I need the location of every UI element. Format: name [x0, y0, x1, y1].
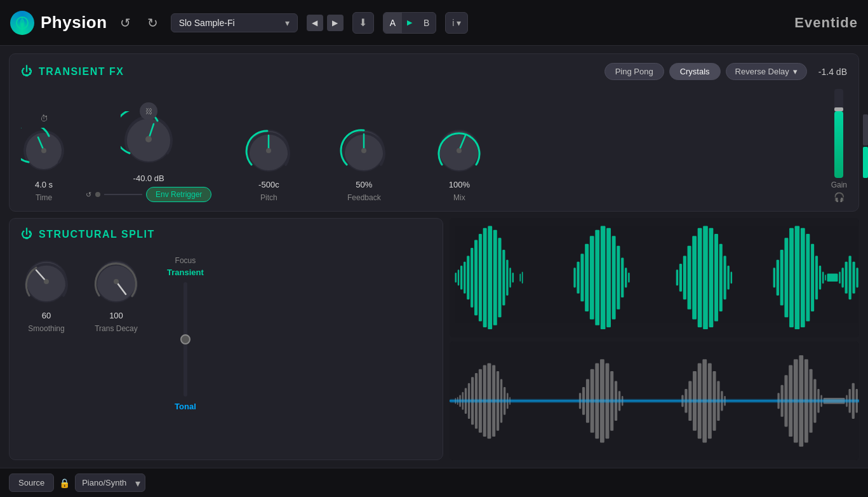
feedback-knob[interactable]	[338, 125, 389, 176]
svg-rect-72	[794, 226, 799, 330]
fx-type-chevron-icon: ▾	[793, 67, 798, 76]
smoothing-label: Smoothing	[28, 324, 64, 333]
svg-point-18	[44, 279, 49, 284]
svg-rect-52	[625, 268, 627, 287]
env-dot[interactable]	[95, 192, 100, 197]
mix-knob-group: 100% Mix	[434, 125, 484, 202]
svg-rect-35	[502, 250, 505, 306]
dropdown-arrow-icon: ▾	[285, 18, 290, 28]
prev-preset-button[interactable]: ◀	[307, 15, 323, 31]
structural-split-power-button[interactable]: ⏻	[21, 228, 32, 241]
smoothing-knob[interactable]	[21, 256, 72, 307]
time-knob[interactable]	[21, 128, 67, 174]
transient-fx-knobs-row: ⏱ 4.0 s Time ⛓	[21, 89, 847, 202]
svg-rect-55	[679, 264, 681, 292]
svg-rect-53	[628, 273, 630, 283]
svg-point-9	[266, 148, 271, 153]
time-label: Time	[36, 193, 52, 202]
topbar: Physion ↺ ↻ Slo Sample-Fi ▾ ◀ ▶ ⬇ A ▶ B …	[0, 0, 868, 46]
gain-slider-track[interactable]	[834, 89, 843, 178]
svg-rect-36	[506, 260, 508, 296]
svg-rect-56	[683, 255, 686, 299]
info-button[interactable]: i ▾	[445, 12, 468, 34]
gain-slider-thumb[interactable]	[834, 107, 843, 111]
trans-decay-knob[interactable]	[91, 256, 142, 307]
redo-button[interactable]: ↻	[144, 13, 162, 33]
preset-dropdown[interactable]: Slo Sample-Fi ▾	[171, 13, 298, 32]
svg-rect-34	[498, 238, 501, 317]
svg-rect-144	[450, 398, 860, 402]
logo-icon	[10, 11, 34, 35]
svg-rect-86	[856, 268, 858, 287]
svg-rect-78	[822, 271, 824, 283]
gain-slider-area: Gain 🎧	[831, 89, 847, 202]
env-controls: ↺ Env Retrigger	[86, 187, 211, 202]
waveform-area	[450, 218, 860, 460]
focus-slider-track[interactable]	[184, 282, 187, 397]
svg-rect-70	[784, 238, 788, 317]
mix-label: Mix	[453, 193, 465, 202]
ab-b-button[interactable]: B	[417, 13, 436, 33]
transient-fx-section: ⏻ TRANSIENT FX Ping Pong Crystals Revers…	[9, 53, 859, 212]
logo-area: Physion	[10, 11, 107, 35]
transient-fx-header: ⏻ TRANSIENT FX Ping Pong Crystals Revers…	[21, 63, 847, 80]
focus-slider-thumb[interactable]	[180, 334, 190, 344]
pitch-knob[interactable]	[243, 125, 294, 176]
feedback-knob-group: 50% Feedback	[338, 125, 389, 202]
undo-button[interactable]: ↺	[116, 13, 135, 33]
svg-rect-61	[709, 228, 713, 327]
focus-label: Focus	[175, 256, 196, 265]
svg-rect-42	[577, 262, 579, 294]
env-retrigger-value: -40.0 dB	[133, 174, 164, 183]
svg-rect-81	[839, 271, 841, 283]
preset-arrows: ◀ ▶	[307, 15, 344, 31]
svg-point-21	[114, 279, 119, 284]
gain-label: Gain	[831, 180, 847, 189]
svg-point-6	[145, 136, 152, 142]
time-knob-group: ⏱ 4.0 s Time	[21, 128, 67, 202]
pitch-knob-group: -500c Pitch	[243, 125, 294, 202]
tonal-focus-label: Tonal	[175, 402, 196, 411]
fx-type-dropdown[interactable]: Reverse Delay ▾	[726, 63, 807, 80]
svg-point-15	[457, 148, 462, 153]
svg-rect-63	[719, 244, 722, 311]
transient-fx-power-button[interactable]: ⏻	[21, 65, 32, 78]
source-select[interactable]: Piano/Synth Drums Bass Guitar Vocals	[75, 473, 145, 492]
source-dropdown-wrapper: Piano/Synth Drums Bass Guitar Vocals	[75, 473, 145, 492]
svg-rect-28	[471, 248, 473, 308]
svg-rect-49	[611, 236, 615, 319]
svg-rect-29	[474, 240, 477, 315]
gain-db-value: -1.4 dB	[818, 67, 847, 77]
save-button[interactable]: ⬇	[352, 12, 374, 34]
time-value: 4.0 s	[35, 180, 53, 189]
svg-rect-69	[780, 250, 783, 306]
trans-decay-value: 100	[109, 311, 123, 320]
svg-rect-60	[703, 226, 708, 330]
structural-split-header: ⏻ STRUCTURAL SPLIT	[21, 228, 431, 241]
next-preset-button[interactable]: ▶	[327, 15, 344, 31]
svg-rect-85	[852, 262, 855, 294]
feedback-value: 50%	[356, 180, 372, 189]
app-title: Physion	[41, 13, 107, 32]
svg-point-3	[41, 148, 46, 153]
split-knobs-row: 60 Smoothing 100 Trans Decay	[21, 256, 142, 333]
mix-knob[interactable]	[434, 125, 484, 176]
crystals-pill[interactable]: Crystals	[669, 63, 721, 80]
svg-rect-39	[519, 274, 521, 282]
source-button[interactable]: Source	[9, 473, 54, 492]
ab-play-button[interactable]: ▶	[402, 13, 417, 33]
svg-rect-26	[464, 262, 465, 294]
svg-rect-64	[723, 255, 726, 299]
env-retrigger-button[interactable]: Env Retrigger	[146, 187, 211, 202]
ping-pong-pill[interactable]: Ping Pong	[604, 63, 664, 80]
transient-focus-label: Transient	[167, 268, 204, 277]
ab-a-button[interactable]: A	[384, 13, 402, 33]
svg-rect-51	[621, 258, 624, 298]
preset-name: Slo Sample-Fi	[179, 18, 280, 28]
env-undo-icon[interactable]: ↺	[86, 191, 91, 199]
smoothing-knob-group: 60 Smoothing	[21, 256, 72, 333]
svg-rect-71	[789, 228, 794, 327]
trans-decay-label: Trans Decay	[95, 324, 138, 333]
lock-icon: 🔒	[59, 478, 70, 488]
svg-rect-77	[818, 266, 820, 290]
